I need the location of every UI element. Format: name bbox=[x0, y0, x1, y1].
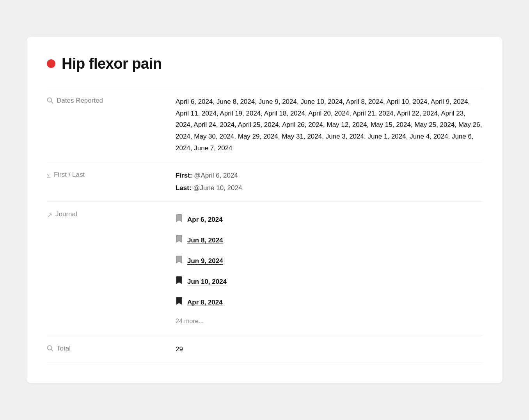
first-label: First: bbox=[176, 172, 192, 179]
main-card: Hip flexor pain Dates Reported April 6, … bbox=[27, 37, 502, 383]
first-last-block: First: @April 6, 2024 Last: @June 10, 20… bbox=[176, 170, 482, 194]
first-last-value: First: @April 6, 2024 Last: @June 10, 20… bbox=[176, 170, 482, 194]
first-last-label: First / Last bbox=[54, 171, 85, 179]
total-label-col: Total bbox=[47, 344, 176, 354]
bookmark-icon bbox=[176, 296, 183, 309]
last-label: Last: bbox=[176, 184, 192, 192]
last-value: @June 10, 2024 bbox=[193, 184, 242, 192]
status-dot bbox=[47, 59, 55, 68]
sigma-icon: Σ bbox=[47, 171, 51, 181]
dates-reported-label: Dates Reported bbox=[57, 97, 103, 105]
last-line: Last: @June 10, 2024 bbox=[176, 183, 482, 194]
dates-reported-label-col: Dates Reported bbox=[47, 96, 176, 107]
page-title-row: Hip flexor pain bbox=[47, 55, 482, 72]
journal-label: Journal bbox=[55, 210, 77, 218]
journal-date[interactable]: Apr 8, 2024 bbox=[187, 297, 223, 308]
journal-date[interactable]: Jun 9, 2024 bbox=[187, 256, 223, 267]
arrow-up-right-icon: ↗ bbox=[47, 211, 52, 220]
bookmark-icon bbox=[176, 276, 183, 288]
journal-item[interactable]: Apr 6, 2024 bbox=[176, 210, 482, 230]
dates-reported-text: April 6, 2024, June 8, 2024, June 9, 202… bbox=[176, 98, 482, 152]
search-icon-total bbox=[47, 345, 53, 354]
more-link[interactable]: 24 more... bbox=[176, 313, 482, 328]
bookmark-icon bbox=[176, 234, 183, 247]
page-title: Hip flexor pain bbox=[62, 55, 162, 72]
journal-date[interactable]: Jun 10, 2024 bbox=[187, 276, 227, 287]
journal-item[interactable]: Jun 9, 2024 bbox=[176, 251, 482, 272]
journal-date[interactable]: Jun 8, 2024 bbox=[187, 235, 223, 246]
journal-item[interactable]: Jun 8, 2024 bbox=[176, 230, 482, 251]
total-section: Total 29 bbox=[47, 336, 482, 363]
journal-date[interactable]: Apr 6, 2024 bbox=[187, 214, 223, 225]
journal-value: Apr 6, 2024 Jun 8, 2024 bbox=[176, 210, 482, 328]
total-number: 29 bbox=[176, 345, 183, 353]
dates-reported-section: Dates Reported April 6, 2024, June 8, 20… bbox=[47, 88, 482, 162]
svg-line-1 bbox=[51, 101, 53, 103]
search-icon bbox=[47, 97, 53, 107]
bookmark-icon bbox=[176, 255, 183, 268]
total-label: Total bbox=[57, 345, 71, 352]
journal-section: ↗ Journal Apr 6, 2024 bbox=[47, 201, 482, 336]
total-value: 29 bbox=[176, 344, 482, 355]
bookmark-icon bbox=[176, 214, 183, 226]
journal-label-col: ↗ Journal bbox=[47, 210, 176, 220]
first-line: First: @April 6, 2024 bbox=[176, 170, 482, 181]
first-last-label-col: Σ First / Last bbox=[47, 170, 176, 181]
first-value: @April 6, 2024 bbox=[194, 172, 238, 179]
journal-item[interactable]: Apr 8, 2024 bbox=[176, 292, 482, 313]
svg-line-3 bbox=[51, 349, 53, 351]
journal-item[interactable]: Jun 10, 2024 bbox=[176, 272, 482, 292]
journal-list: Apr 6, 2024 Jun 8, 2024 bbox=[176, 210, 482, 328]
dates-reported-value: April 6, 2024, June 8, 2024, June 9, 202… bbox=[176, 96, 482, 154]
first-last-section: Σ First / Last First: @April 6, 2024 Las… bbox=[47, 162, 482, 201]
